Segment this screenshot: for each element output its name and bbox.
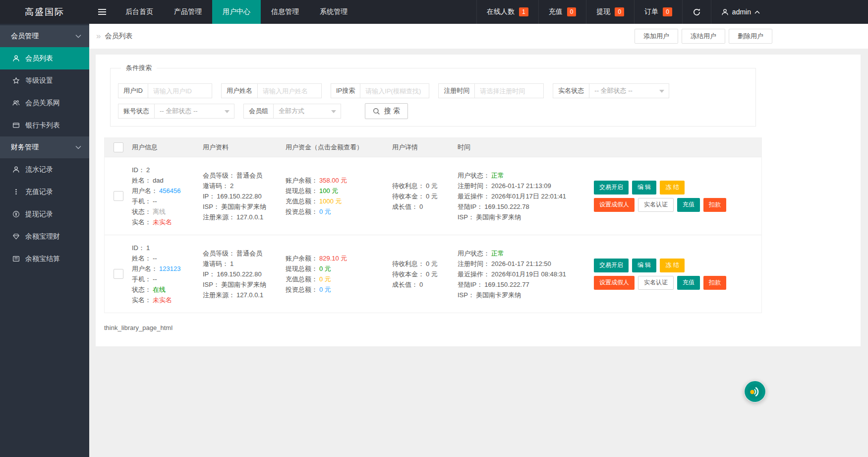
sidebar-item-withdraw-records[interactable]: 提现记录 xyxy=(0,203,89,225)
stat-online-users[interactable]: 在线人数 1 xyxy=(476,0,538,24)
withdraw-total[interactable]: 100 元 xyxy=(319,187,338,195)
field-label: ID： xyxy=(132,244,145,252)
recharge-count-badge: 0 xyxy=(567,7,577,16)
sidebar-item-label: 会员列表 xyxy=(25,54,53,63)
menu-toggle[interactable] xyxy=(89,0,115,24)
stat-recharge[interactable]: 充值 0 xyxy=(538,0,586,24)
nav-item-info[interactable]: 信息管理 xyxy=(261,0,309,24)
time-line: ISP：美国南卡罗来纳 xyxy=(458,212,588,222)
online-status: 离线 xyxy=(153,208,166,215)
field-label: 实名： xyxy=(132,296,151,304)
realname-status-select[interactable]: -- 全部状态 -- xyxy=(589,84,669,98)
cell-select xyxy=(105,191,132,201)
nav-item-user-center[interactable]: 用户中心 xyxy=(212,0,261,24)
field-label: ISP： xyxy=(203,203,220,210)
cell-user-funds: 账户余额：829.10 元 提现总额：0 元 充值总额：0 元 投资总额：0 元 xyxy=(286,253,392,295)
sidebar-item-flow-records[interactable]: 流水记录 xyxy=(0,158,89,181)
field-label: 待收本金： xyxy=(392,193,424,200)
recharge-button[interactable]: 充值 xyxy=(677,198,700,212)
field-member-group: 会员组 全部方式 xyxy=(243,104,341,119)
user-id-input[interactable] xyxy=(148,84,212,98)
sidebar-item-yuebao-settlement[interactable]: 余额宝结算 xyxy=(0,248,89,270)
sidebar-item-yuebao-invest[interactable]: 余额宝理财 xyxy=(0,225,89,248)
field-value: 2026年01月19日 08:48:31 xyxy=(491,270,566,278)
sidebar-item-recharge-records[interactable]: 充值记录 xyxy=(0,181,89,203)
deduct-button[interactable]: 扣款 xyxy=(703,276,726,290)
invest-total[interactable]: 0 元 xyxy=(319,286,331,293)
nav-item-products[interactable]: 产品管理 xyxy=(164,0,212,24)
field-label: 会员组 xyxy=(244,104,274,118)
realname-verify-button[interactable]: 实名认证 xyxy=(638,198,674,212)
edit-button[interactable]: 编 辑 xyxy=(632,259,656,272)
user-status: 正常 xyxy=(491,172,504,179)
freeze-button[interactable]: 冻 结 xyxy=(660,259,684,272)
balance-amount[interactable]: 829.10 元 xyxy=(319,255,347,262)
selected-value: 全部方式 xyxy=(279,107,304,116)
invest-total[interactable]: 0 元 xyxy=(319,208,331,215)
edit-button[interactable]: 编 辑 xyxy=(632,181,656,195)
action-row: 交易开启 编 辑 冻 结 xyxy=(594,259,761,272)
withdraw-total[interactable]: 0 元 xyxy=(319,265,331,272)
search-button[interactable]: 搜 索 xyxy=(365,103,408,119)
sidebar-item-member-list[interactable]: 会员列表 xyxy=(0,47,89,69)
sidebar-group-member-mgmt[interactable]: 会员管理 xyxy=(0,25,89,47)
user-menu[interactable]: admin xyxy=(711,0,770,24)
funds-line: 充值总额：0 元 xyxy=(286,274,392,284)
footer-note: think_library_page_html xyxy=(104,324,852,331)
field-label: IP： xyxy=(203,270,215,278)
details-line: 待收利息：0 元 xyxy=(392,259,458,269)
nav-item-system[interactable]: 系统管理 xyxy=(309,0,358,24)
sidebar-item-member-network[interactable]: 会员关系网 xyxy=(0,92,89,114)
recharge-button[interactable]: 充值 xyxy=(677,276,700,290)
profile-line: 注册来源：127.0.0.1 xyxy=(203,290,286,300)
delete-user-button[interactable]: 删除用户 xyxy=(729,29,772,44)
field-label: 邀请码： xyxy=(203,182,229,190)
row-checkbox[interactable] xyxy=(114,191,123,201)
member-group-select[interactable]: 全部方式 xyxy=(274,104,341,118)
funds-line: 投资总额：0 元 xyxy=(286,206,392,217)
select-all-checkbox[interactable] xyxy=(114,142,123,152)
add-user-button[interactable]: 添加用户 xyxy=(635,29,678,44)
refresh-button[interactable] xyxy=(682,0,711,24)
freeze-button[interactable]: 冻 结 xyxy=(660,181,684,195)
recharge-total[interactable]: 1000 元 xyxy=(319,197,342,205)
top-navbar: 高盛国际 后台首页 产品管理 用户中心 信息管理 系统管理 在线人数 1 充值 … xyxy=(0,0,868,24)
cell-user-details: 待收利息：0 元 待收本金：0 元 成长值：0 xyxy=(392,259,458,290)
row-checkbox[interactable] xyxy=(114,269,123,279)
user-icon xyxy=(12,166,20,173)
trade-toggle-button[interactable]: 交易开启 xyxy=(594,259,629,272)
profile-line: IP：169.150.222.80 xyxy=(203,191,286,201)
nav-item-home[interactable]: 后台首页 xyxy=(115,0,164,24)
sidebar-group-finance-mgmt[interactable]: 财务管理 xyxy=(0,136,89,158)
deduct-button[interactable]: 扣款 xyxy=(703,198,726,212)
sidebar-item-bank-cards[interactable]: 银行卡列表 xyxy=(0,114,89,136)
sidebar-item-level-settings[interactable]: 等级设置 xyxy=(0,69,89,92)
field-label: 注册时间 xyxy=(439,84,475,98)
ip-search-input[interactable] xyxy=(360,84,429,98)
field-value: 0 元 xyxy=(426,193,438,200)
username-link[interactable]: 456456 xyxy=(159,187,180,195)
balance-amount[interactable]: 358.00 元 xyxy=(319,177,347,184)
hamburger-icon xyxy=(98,9,106,15)
stat-withdraw[interactable]: 提现 0 xyxy=(586,0,634,24)
cell-user-info: ID：2 姓名：dad 用户名：456456 手机：-- 状态：离线 实名：未实… xyxy=(132,165,203,227)
set-fake-button[interactable]: 设置成假人 xyxy=(594,276,635,290)
realname-verify-button[interactable]: 实名认证 xyxy=(638,276,674,290)
cell-select xyxy=(105,269,132,279)
account-status-select[interactable]: -- 全部状态 -- xyxy=(155,104,234,118)
user-name-input[interactable] xyxy=(258,84,321,98)
sound-widget[interactable] xyxy=(744,381,766,402)
set-fake-button[interactable]: 设置成假人 xyxy=(594,198,635,212)
username-link[interactable]: 123123 xyxy=(159,265,180,272)
field-value: 127.0.0.1 xyxy=(236,213,263,221)
column-header-user-details: 用户详情 xyxy=(392,143,458,152)
register-time-input[interactable] xyxy=(475,84,543,98)
diamond-icon xyxy=(12,233,20,240)
trade-toggle-button[interactable]: 交易开启 xyxy=(594,181,629,195)
field-label: 注册来源： xyxy=(203,291,235,299)
stat-orders[interactable]: 订单 0 xyxy=(634,0,682,24)
field-value: -- xyxy=(153,255,157,262)
freeze-user-button[interactable]: 冻结用户 xyxy=(682,29,725,44)
recharge-total[interactable]: 0 元 xyxy=(319,275,331,283)
search-row-2: 账号状态 -- 全部状态 -- 会员组 全部方式 xyxy=(118,103,748,119)
